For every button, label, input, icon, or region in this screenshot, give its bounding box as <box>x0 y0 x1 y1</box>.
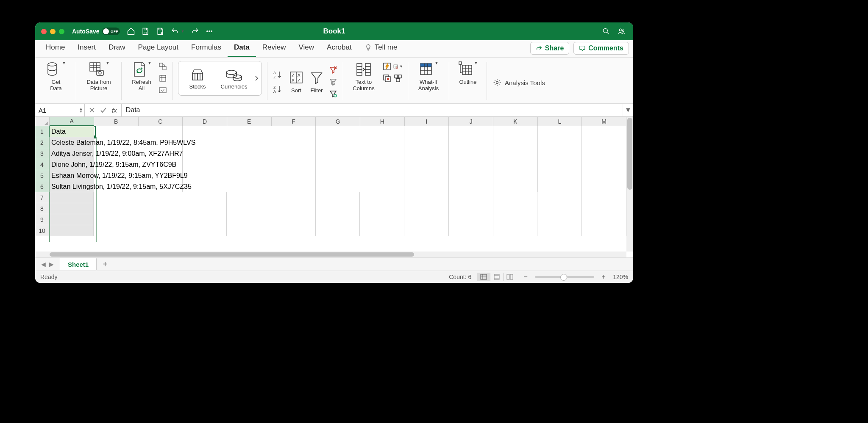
filter-button[interactable]: Filter <box>306 69 327 94</box>
cell-A1[interactable]: Data <box>50 126 94 137</box>
sheet-nav-next[interactable]: ▶ <box>47 261 56 268</box>
cell-M3[interactable] <box>582 148 626 159</box>
column-header-E[interactable]: E <box>227 117 272 126</box>
cell-D7[interactable] <box>182 192 227 203</box>
cell-F4[interactable] <box>271 159 316 170</box>
cell-I5[interactable] <box>404 170 449 181</box>
cell-D3[interactable] <box>183 148 227 159</box>
sheet-tab-active[interactable]: Sheet1 <box>60 258 97 270</box>
cell-A2[interactable]: Celeste Bateman, 1/19/22, 8:45am, P9H5WL… <box>50 137 94 148</box>
cell-F3[interactable] <box>271 148 316 159</box>
cell-D4[interactable] <box>183 159 227 170</box>
cell-D1[interactable] <box>183 126 227 137</box>
stocks-button[interactable]: Stocks <box>179 67 216 90</box>
cell-G7[interactable] <box>316 192 360 203</box>
zoom-slider-thumb[interactable] <box>560 274 567 281</box>
remove-duplicates-icon[interactable] <box>382 74 392 83</box>
cell-I6[interactable] <box>404 181 449 192</box>
cell-L7[interactable] <box>537 192 582 203</box>
cell-E10[interactable] <box>227 225 271 236</box>
cell-F8[interactable] <box>271 203 316 214</box>
cell-J9[interactable] <box>449 214 493 225</box>
cell-J2[interactable] <box>449 137 493 148</box>
cell-L5[interactable] <box>538 170 582 181</box>
undo-icon[interactable] <box>171 27 179 36</box>
fx-icon[interactable]: fx <box>112 107 117 114</box>
sort-button[interactable]: ZAAZ Sort <box>286 69 306 94</box>
cell-K9[interactable] <box>493 214 538 225</box>
autosave-toggle[interactable]: AutoSave OFF <box>72 28 120 35</box>
cell-L10[interactable] <box>537 225 582 236</box>
cell-I2[interactable] <box>404 137 449 148</box>
column-header-J[interactable]: J <box>449 117 493 126</box>
column-header-M[interactable]: M <box>582 117 626 126</box>
autosave-switch[interactable]: OFF <box>102 28 120 35</box>
cell-A7[interactable] <box>49 192 94 203</box>
outline-button[interactable]: ▼ Outline <box>454 60 481 85</box>
cell-L4[interactable] <box>538 159 582 170</box>
row-header-9[interactable]: 9 <box>35 214 49 225</box>
cell-H6[interactable] <box>360 181 405 192</box>
cell-G5[interactable] <box>316 170 360 181</box>
cell-D10[interactable] <box>182 225 227 236</box>
spreadsheet-grid[interactable]: ABCDEFGHIJKLM 1Data2Celeste Bateman, 1/1… <box>35 117 633 257</box>
tab-review[interactable]: Review <box>256 39 292 57</box>
cell-G3[interactable] <box>316 148 360 159</box>
tab-draw[interactable]: Draw <box>102 39 132 57</box>
cell-K1[interactable] <box>493 126 538 137</box>
tab-data[interactable]: Data <box>228 39 256 57</box>
clear-filter-icon[interactable] <box>328 65 338 75</box>
zoom-out-button[interactable]: − <box>522 273 529 281</box>
queries-connections-icon[interactable] <box>158 62 167 71</box>
tab-home[interactable]: Home <box>39 39 71 57</box>
cell-B7[interactable] <box>94 192 138 203</box>
cell-E8[interactable] <box>227 203 271 214</box>
horizontal-scroll-thumb[interactable] <box>50 252 414 257</box>
add-sheet-button[interactable]: + <box>103 260 108 269</box>
row-header-5[interactable]: 5 <box>35 170 50 181</box>
cell-A6[interactable]: Sultan Livingston, 1/19/22, 9:15am, 5XJ7… <box>50 181 94 192</box>
cell-E3[interactable] <box>227 148 272 159</box>
cell-I1[interactable] <box>404 126 449 137</box>
cell-A5[interactable]: Eshaan Morrow, 1/19/22, 9:15am, YY2BF9L9 <box>50 170 94 181</box>
cell-J5[interactable] <box>449 170 493 181</box>
tab-page-layout[interactable]: Page Layout <box>132 39 185 57</box>
name-box-down[interactable]: ▼ <box>79 110 83 113</box>
column-header-I[interactable]: I <box>405 117 449 126</box>
cell-F10[interactable] <box>271 225 316 236</box>
sort-desc-icon[interactable]: ZA <box>273 84 283 94</box>
cell-B8[interactable] <box>94 203 138 214</box>
edit-links-icon[interactable] <box>158 86 167 95</box>
cell-D9[interactable] <box>182 214 227 225</box>
cell-L8[interactable] <box>537 203 582 214</box>
cell-K3[interactable] <box>493 148 538 159</box>
cell-J10[interactable] <box>449 225 493 236</box>
sheet-nav-prev[interactable]: ◀ <box>39 261 47 268</box>
cell-H10[interactable] <box>360 225 404 236</box>
save-as-icon[interactable] <box>156 27 165 36</box>
cell-H2[interactable] <box>360 137 405 148</box>
cell-H9[interactable] <box>360 214 404 225</box>
row-header-7[interactable]: 7 <box>35 192 49 203</box>
vertical-scrollbar[interactable] <box>626 117 633 252</box>
cell-M10[interactable] <box>582 225 626 236</box>
column-header-L[interactable]: L <box>538 117 582 126</box>
cell-K10[interactable] <box>493 225 538 236</box>
cell-D5[interactable] <box>183 170 227 181</box>
cell-G9[interactable] <box>316 214 360 225</box>
cell-E6[interactable] <box>227 181 272 192</box>
cell-L6[interactable] <box>538 181 582 192</box>
cell-I4[interactable] <box>404 159 449 170</box>
horizontal-scrollbar[interactable] <box>35 252 626 257</box>
save-icon[interactable] <box>141 27 150 36</box>
redo-icon[interactable] <box>191 27 199 36</box>
formula-bar-expand[interactable]: ▼ <box>623 104 633 116</box>
cell-H5[interactable] <box>360 170 405 181</box>
row-header-3[interactable]: 3 <box>35 148 50 159</box>
cell-L1[interactable] <box>538 126 582 137</box>
cell-M5[interactable] <box>582 170 626 181</box>
cell-M9[interactable] <box>582 214 626 225</box>
comments-button[interactable]: Comments <box>573 42 629 55</box>
cell-E7[interactable] <box>227 192 271 203</box>
column-header-H[interactable]: H <box>360 117 405 126</box>
